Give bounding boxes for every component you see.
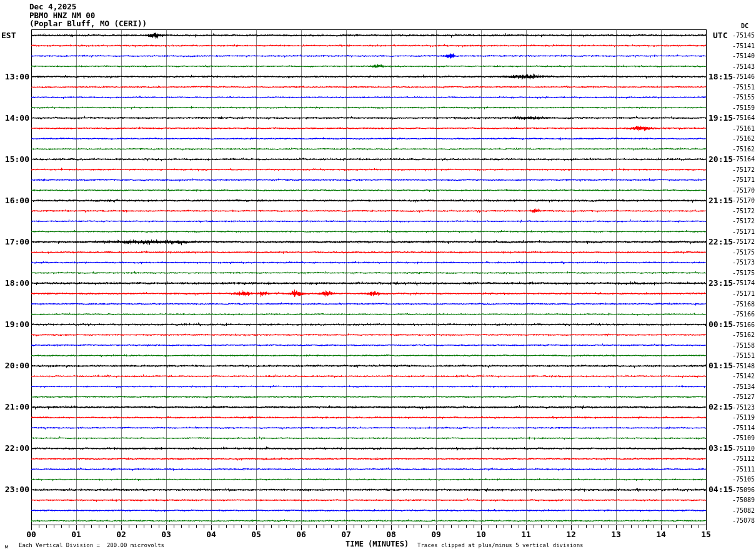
- dc-offset-value: -75112: [732, 455, 755, 462]
- est-hour-label: 23:00: [1, 485, 29, 495]
- dc-offset-value: -75175: [732, 249, 755, 256]
- x-axis-tick-label: 10: [472, 530, 490, 539]
- watermark-glyph: м: [5, 544, 8, 550]
- utc-hour-label: 02:15: [709, 402, 733, 412]
- x-axis-tick-label: 09: [427, 530, 445, 539]
- utc-hour-label: 04:15: [709, 485, 733, 495]
- dc-offset-value: -75172: [732, 218, 755, 224]
- dc-offset-value: -75123: [732, 404, 755, 411]
- utc-hour-label: 19:15: [709, 113, 733, 123]
- x-axis-tick-label: 02: [112, 530, 130, 539]
- x-axis-tick-label: 03: [157, 530, 175, 539]
- x-axis-tick-label: 13: [607, 530, 625, 539]
- est-hour-label: 22:00: [1, 443, 29, 453]
- dc-offset-value: -75134: [732, 383, 755, 390]
- dc-offset-value: -75172: [732, 166, 755, 173]
- title-block: Dec 4,2025 PBMO HNZ NM 00 (Poplar Bluff,…: [29, 3, 147, 28]
- dc-offset-value: -75166: [732, 321, 755, 328]
- est-hour-label: 18:00: [1, 278, 29, 288]
- dc-offset-value: -75089: [732, 496, 755, 503]
- dc-offset-value: -75110: [732, 445, 755, 452]
- dc-offset-value: -75172: [732, 238, 755, 245]
- dc-offset-value: -75159: [732, 104, 755, 111]
- dc-offset-value: -75109: [732, 435, 755, 441]
- dc-offset-value: -75146: [732, 73, 755, 80]
- dc-offset-value: -75171: [732, 228, 755, 235]
- dc-offset-value: -75168: [732, 301, 755, 308]
- dc-offset-value: -75170: [732, 197, 755, 204]
- x-axis-tick-label: 00: [22, 530, 40, 539]
- helicorder-page: Dec 4,2025 PBMO HNZ NM 00 (Poplar Bluff,…: [0, 0, 756, 554]
- est-hour-label: 16:00: [1, 196, 29, 206]
- x-axis-tick-label: 01: [67, 530, 85, 539]
- dc-offset-value: -75162: [732, 331, 755, 338]
- x-axis-tick-label: 07: [337, 530, 355, 539]
- dc-offset-value: -75161: [732, 125, 755, 132]
- dc-offset-value: -75155: [732, 94, 755, 101]
- dc-offset-value: -75082: [732, 507, 755, 514]
- utc-hour-label: 18:15: [709, 72, 733, 82]
- dc-offset-value: -75158: [732, 342, 755, 349]
- dc-offset-value: -75141: [732, 43, 755, 49]
- x-axis-tick-label: 08: [382, 530, 400, 539]
- dc-offset-value: -75164: [732, 156, 755, 163]
- dc-offset-value: -75140: [732, 53, 755, 59]
- utc-hour-label: 21:15: [709, 196, 733, 206]
- dc-offset-value: -75162: [732, 146, 755, 153]
- dc-offset-value: -75111: [732, 466, 755, 473]
- est-hour-label: 19:00: [1, 320, 29, 330]
- date-label: Dec 4,2025: [29, 3, 147, 11]
- utc-hour-label: 03:15: [709, 443, 733, 453]
- est-hour-label: 20:00: [1, 361, 29, 371]
- station-code-label: PBMO HNZ NM 00: [29, 11, 147, 20]
- dc-offset-value: -75151: [732, 352, 755, 359]
- x-axis-tick-label: 11: [517, 530, 535, 539]
- dc-offset-value: -75105: [732, 476, 755, 483]
- x-axis-tick-label: 04: [202, 530, 220, 539]
- utc-hour-label: 01:15: [709, 361, 733, 371]
- dc-offset-value: -75151: [732, 84, 755, 91]
- x-axis-tick-label: 14: [652, 530, 670, 539]
- dc-offset-value: -75148: [732, 363, 755, 370]
- x-axis-tick-label: 06: [292, 530, 310, 539]
- dc-offset-value: -75142: [732, 373, 755, 380]
- right-timezone-label: UTC: [713, 31, 727, 41]
- dc-offset-value: -75114: [732, 425, 755, 431]
- est-hour-label: 13:00: [1, 72, 29, 82]
- utc-hour-label: 23:15: [709, 278, 733, 288]
- est-hour-label: 15:00: [1, 154, 29, 164]
- x-axis-tick-label: 12: [562, 530, 580, 539]
- dc-offset-value: -75166: [732, 311, 755, 318]
- dc-offset-value: -75127: [732, 393, 755, 400]
- dc-offset-value: -75164: [732, 114, 755, 121]
- left-timezone-label: EST: [1, 31, 16, 41]
- x-axis-title: TIME (MINUTES): [346, 540, 409, 548]
- dc-offset-value: -75145: [732, 32, 755, 39]
- station-location-label: (Poplar Bluff, MO (CERI)): [29, 19, 147, 28]
- dc-column-header: DC: [741, 23, 749, 29]
- dc-offset-value: -75174: [732, 280, 755, 286]
- dc-offset-value: -75143: [732, 63, 755, 70]
- dc-offset-value: -75175: [732, 269, 755, 276]
- est-hour-label: 17:00: [1, 237, 29, 247]
- x-axis-tick-label: 15: [697, 530, 715, 539]
- dc-offset-value: -75096: [732, 486, 755, 493]
- dc-offset-value: -75170: [732, 187, 755, 194]
- seismogram-trace-canvas: [0, 0, 756, 554]
- est-hour-label: 21:00: [1, 402, 29, 412]
- clipping-note: Traces clipped at plus/minus 5 vertical …: [417, 542, 584, 549]
- utc-hour-label: 22:15: [709, 237, 733, 247]
- dc-offset-value: -75171: [732, 290, 755, 297]
- x-axis-tick-label: 05: [247, 530, 265, 539]
- dc-offset-value: -75172: [732, 208, 755, 214]
- vertical-scale-note: Each Vertical Division = 200.00 microvol…: [19, 542, 164, 549]
- dc-offset-value: -75119: [732, 414, 755, 421]
- dc-offset-value: -75171: [732, 176, 755, 183]
- dc-offset-value: -75078: [732, 517, 755, 524]
- est-hour-label: 14:00: [1, 113, 29, 123]
- utc-hour-label: 20:15: [709, 154, 733, 164]
- utc-hour-label: 00:15: [709, 320, 733, 330]
- dc-offset-value: -75162: [732, 135, 755, 142]
- dc-offset-value: -75173: [732, 259, 755, 266]
